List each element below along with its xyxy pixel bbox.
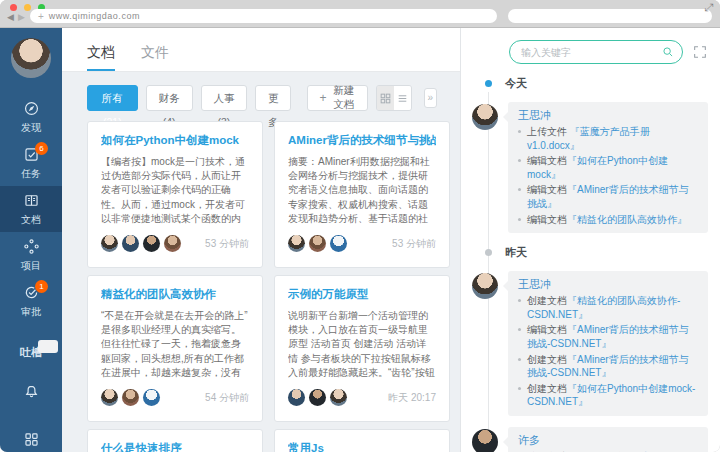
sidebar-item-approvals[interactable]: 1 审批 <box>0 278 62 324</box>
document-title[interactable]: 示例的万能原型 <box>288 287 436 302</box>
avatar[interactable] <box>143 235 160 252</box>
sidebar-label-tasks: 任务 <box>21 167 41 181</box>
user-avatar[interactable] <box>11 38 51 78</box>
documents-area: 所有 (21) 财务 (4) 人事 (3) 更多 + 新建文档 <box>62 72 460 452</box>
sidebar-item-projects[interactable]: 项目 <box>0 232 62 278</box>
sidebar-item-apps[interactable] <box>0 426 62 452</box>
card-footer: 53 分钟前 <box>288 235 436 252</box>
timeline-entry: 王思冲 创建文档『精益化的团队高效协作-CSDN.NET』 编辑文档『AMine… <box>461 271 720 416</box>
grid-view-button[interactable] <box>377 86 394 110</box>
document-card[interactable]: 如何在Python中创建mock 【编者按】mock是一门技术，通过伪造部分实际… <box>87 121 263 268</box>
card-footer: 54 分钟前 <box>101 389 249 406</box>
approvals-badge: 1 <box>35 280 48 293</box>
new-document-label: 新建文档 <box>331 84 355 112</box>
activity-item: 创建文档『AMiner背后的技术细节与挑战-CSDN.NET』 <box>518 353 698 380</box>
document-title[interactable]: AMiner背后的技术细节与挑战 <box>288 133 436 148</box>
section-tabs: 文档 文件 <box>62 28 460 72</box>
filter-all-button[interactable]: 所有 (21) <box>87 85 138 111</box>
filter-finance-button[interactable]: 财务 (4) <box>146 85 193 111</box>
document-card-grid: 如何在Python中创建mock 【编者按】mock是一门技术，通过伪造部分实际… <box>87 121 450 452</box>
minimize-window-button[interactable] <box>24 4 31 11</box>
document-link[interactable]: 『精益化的团队高效协作』 <box>567 214 687 225</box>
activity-action: 上传文件 <box>527 126 567 137</box>
main-panel: 文档 文件 所有 (21) 财务 (4) 人事 (3) 更多 + 新建文档 <box>62 28 460 452</box>
user-name-link[interactable]: 王思冲 <box>518 277 698 292</box>
activity-action: 编辑文档 <box>527 155 567 166</box>
address-bar[interactable]: + www.qimingdao.com <box>30 9 497 23</box>
compass-icon <box>22 99 41 118</box>
activity-item: 创建文档『精益化的团队高效协作-CSDN.NET』 <box>518 294 698 321</box>
filter-more-button[interactable]: 更多 <box>255 85 291 111</box>
filter-hr-button[interactable]: 人事 (3) <box>201 85 248 111</box>
expand-toolbar-button[interactable]: » <box>424 88 437 108</box>
new-document-button[interactable]: + 新建文档 <box>307 85 367 111</box>
sidebar-item-documents[interactable]: 文档 <box>0 186 62 232</box>
search-input[interactable] <box>509 40 683 64</box>
document-card[interactable]: AMiner背后的技术细节与挑战 摘要：AMiner利用数据挖掘和社会网络分析与… <box>274 121 450 268</box>
document-card[interactable]: 示例的万能原型 说明新平台新增一个活动管理的模块，入口放在首页一级导航里 原型 … <box>274 275 450 422</box>
tab-files[interactable]: 文件 <box>141 44 169 71</box>
avatar[interactable] <box>309 235 326 252</box>
avatar[interactable] <box>309 389 326 406</box>
avatar[interactable] <box>472 273 498 299</box>
sidebar-item-tasks[interactable]: 6 任务 <box>0 140 62 186</box>
avatar[interactable] <box>288 389 305 406</box>
document-title[interactable]: 什么是快速排序 <box>101 441 249 452</box>
avatar[interactable] <box>472 104 498 130</box>
grid-view-icon <box>379 92 392 105</box>
forward-icon[interactable]: ▶ <box>18 12 29 22</box>
close-window-button[interactable] <box>10 4 17 11</box>
sidebar-label-projects: 项目 <box>21 259 41 273</box>
avatar[interactable] <box>101 389 118 406</box>
document-excerpt: 说明新平台新增一个活动管理的模块，入口放在首页一级导航里 原型 活动首页 创建活… <box>288 309 436 380</box>
sidebar-item-feedback[interactable]: 吐槽 <box>0 332 62 372</box>
back-icon[interactable]: ◀ <box>7 12 18 22</box>
list-view-icon <box>396 92 409 105</box>
avatar[interactable] <box>164 235 181 252</box>
timeline-dot <box>485 80 492 87</box>
avatar[interactable] <box>143 389 160 406</box>
document-timestamp: 昨天 20:17 <box>388 391 436 405</box>
date-label: 昨天 <box>505 245 527 260</box>
document-title[interactable]: 常用Js <box>288 441 436 452</box>
avatar[interactable] <box>122 389 139 406</box>
user-name-link[interactable]: 王思冲 <box>518 108 698 123</box>
sidebar: 发现 6 任务 文档 项目 1 审批 <box>0 28 62 452</box>
activity-action: 创建文档 <box>527 383 567 394</box>
avatar[interactable] <box>122 235 139 252</box>
sidebar-label-documents: 文档 <box>21 213 41 227</box>
resize-icon[interactable]: ⤢ <box>704 1 713 14</box>
card-footer: 53 分钟前 <box>101 235 249 252</box>
secondary-search-bar[interactable] <box>508 9 712 23</box>
activity-action: 编辑文档 <box>527 324 567 335</box>
speech-bubble-icon <box>38 340 58 353</box>
document-title[interactable]: 精益化的团队高效协作 <box>101 287 249 302</box>
activity-item: 上传文件 『蓝魔方产品手册v1.0.docx』 <box>518 125 698 152</box>
document-excerpt: “不是在开会就是在去开会的路上”是很多职业经理人的真实缩写。但往往忙碌了一天，拖… <box>101 309 249 380</box>
search-icon[interactable] <box>661 45 675 59</box>
sidebar-nav: 发现 6 任务 文档 项目 1 审批 <box>0 94 62 452</box>
fullscreen-button[interactable] <box>692 44 708 60</box>
activity-action: 创建文档 <box>527 295 567 306</box>
expand-corners-icon <box>692 44 708 60</box>
tasks-badge: 6 <box>35 142 48 155</box>
document-card[interactable]: 什么是快速排序 <box>87 429 263 452</box>
sidebar-item-discover[interactable]: 发现 <box>0 94 62 140</box>
avatar[interactable] <box>288 235 305 252</box>
avatar[interactable] <box>330 235 347 252</box>
user-name-link[interactable]: 许多 <box>518 433 698 448</box>
activity-action: 编辑文档 <box>527 214 567 225</box>
sidebar-item-notifications[interactable] <box>0 378 62 404</box>
document-card[interactable]: 常用Js <box>274 429 450 452</box>
timeline-date: 昨天 <box>461 245 720 260</box>
activity-bubble: 王思冲 创建文档『精益化的团队高效协作-CSDN.NET』 编辑文档『AMine… <box>508 271 708 416</box>
card-footer: 昨天 20:17 <box>288 389 436 406</box>
avatar[interactable] <box>472 429 498 452</box>
tab-documents[interactable]: 文档 <box>87 44 115 71</box>
document-book-icon <box>22 191 41 210</box>
avatar[interactable] <box>101 235 118 252</box>
document-title[interactable]: 如何在Python中创建mock <box>101 133 249 148</box>
document-card[interactable]: 精益化的团队高效协作 “不是在开会就是在去开会的路上”是很多职业经理人的真实缩写… <box>87 275 263 422</box>
list-view-button[interactable] <box>394 86 411 110</box>
avatar[interactable] <box>330 389 347 406</box>
